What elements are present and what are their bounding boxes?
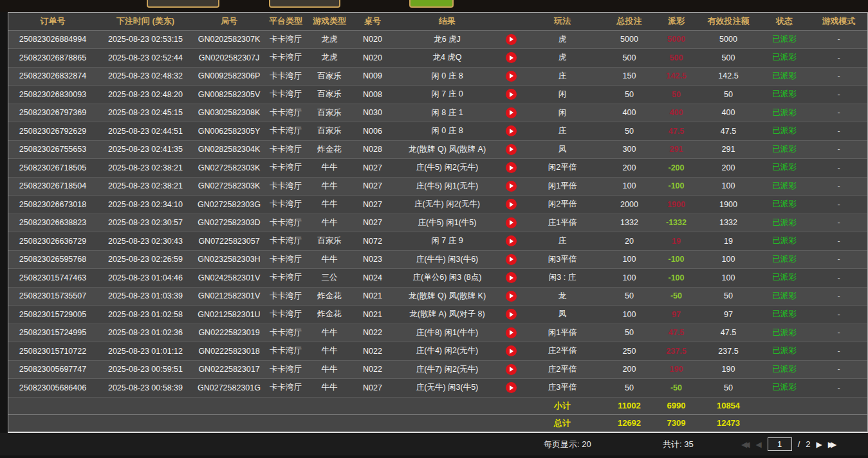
- round-id-cell: GN0272582303D: [194, 214, 264, 232]
- valid-bet-cell: 1332: [698, 214, 759, 232]
- game-mode-cell: -: [810, 360, 867, 379]
- grand-total-payout: 7309: [654, 414, 698, 432]
- result-cell: 龙4 虎Q: [393, 49, 501, 68]
- video-replay-icon[interactable]: [506, 364, 517, 375]
- bet-time-cell: 2025-08-23 02:44:51: [97, 122, 194, 141]
- play-type-cell: 庄: [521, 232, 604, 251]
- next-page-icon[interactable]: ▶: [817, 441, 822, 448]
- play-type-cell: 闲2平倍: [521, 196, 604, 214]
- game-type-cell: 百家乐: [307, 67, 352, 86]
- video-replay-icon[interactable]: [506, 52, 517, 63]
- platform-cell: 卡卡湾厅: [264, 360, 307, 379]
- video-replay-icon[interactable]: [506, 254, 517, 265]
- video-replay-icon[interactable]: [506, 34, 517, 45]
- replay-cell: [501, 196, 521, 214]
- play-type-cell: 虎: [521, 30, 604, 49]
- video-replay-icon[interactable]: [506, 345, 517, 356]
- table-no-cell: N020: [352, 49, 393, 68]
- play-type-cell: 庄2平倍: [521, 360, 604, 379]
- video-replay-icon[interactable]: [506, 327, 517, 338]
- first-page-icon[interactable]: ◀◀: [741, 441, 750, 448]
- round-id-cell: GN0202582307J: [194, 49, 264, 68]
- total-bet-cell: 150: [604, 67, 654, 86]
- video-replay-icon[interactable]: [506, 199, 517, 210]
- platform-cell: 卡卡湾厅: [264, 324, 307, 342]
- page-number-input[interactable]: [768, 437, 792, 451]
- payout-value: -50: [654, 379, 698, 398]
- status-badge: 已派彩: [759, 324, 810, 342]
- video-replay-icon[interactable]: [506, 162, 517, 173]
- total-bet-cell: 500: [604, 49, 654, 68]
- status-badge: 已派彩: [759, 306, 810, 324]
- order-id-cell: 250823015747463: [8, 269, 97, 288]
- order-id-cell: 250823026797369: [8, 104, 97, 122]
- result-cell: 闲 7 庄 9: [393, 232, 501, 251]
- toolbar-tab-button-active[interactable]: [409, 0, 454, 8]
- toolbar-tab-button-2[interactable]: [269, 0, 340, 8]
- order-id-cell: 250823015729005: [8, 306, 97, 324]
- pagination-bar: 每页显示: 20 共计: 35 ◀◀ ◀ / 2 ▶ ▶▶: [0, 433, 868, 455]
- result-cell: 龙6 虎J: [393, 30, 501, 49]
- grand-total-valid-bet: 12473: [698, 414, 759, 432]
- payout-value: -1332: [654, 214, 698, 232]
- game-mode-cell: -: [810, 250, 867, 269]
- result-cell: 庄(牛7) 闲2(无牛): [393, 360, 501, 379]
- table-no-cell: N008: [352, 86, 393, 104]
- col-game-mode: 游戏模式: [810, 13, 867, 30]
- video-replay-icon[interactable]: [506, 89, 517, 100]
- table-no-cell: N023: [352, 250, 393, 269]
- result-cell: 庄(牛5) 闲1(牛5): [393, 214, 501, 232]
- play-type-cell: 闲: [521, 86, 604, 104]
- total-bet-cell: 20: [604, 232, 654, 251]
- result-cell: 庄(单公6) 闲3 (8点): [393, 269, 501, 288]
- play-type-cell: 庄: [521, 67, 604, 86]
- toolbar-tab-button-1[interactable]: [147, 0, 219, 8]
- video-replay-icon[interactable]: [506, 144, 517, 155]
- game-mode-cell: -: [810, 379, 867, 398]
- round-id-cell: GN0232582303H: [194, 250, 264, 269]
- total-bet-cell: 2000: [604, 196, 654, 214]
- per-page-label: 每页显示: 20: [544, 439, 591, 450]
- video-replay-icon[interactable]: [506, 107, 517, 118]
- last-page-icon[interactable]: ▶▶: [828, 441, 836, 448]
- prev-page-icon[interactable]: ◀: [755, 441, 761, 448]
- payout-value: -50: [654, 287, 698, 306]
- replay-cell: [501, 177, 521, 196]
- platform-cell: 卡卡湾厅: [264, 122, 307, 141]
- video-replay-icon[interactable]: [506, 291, 517, 302]
- video-replay-icon[interactable]: [506, 382, 517, 393]
- video-replay-icon[interactable]: [506, 272, 517, 283]
- replay-cell: [501, 159, 521, 178]
- total-bet-cell: 250: [604, 342, 654, 361]
- game-mode-cell: -: [810, 269, 867, 288]
- bet-time-cell: 2025-08-23 01:02:36: [97, 324, 194, 342]
- game-type-cell: 三公: [307, 269, 352, 288]
- valid-bet-cell: 100: [698, 250, 759, 269]
- valid-bet-cell: 47.5: [698, 324, 759, 342]
- table-no-cell: N028: [352, 140, 393, 159]
- game-mode-cell: -: [810, 287, 867, 306]
- video-replay-icon[interactable]: [506, 217, 517, 228]
- replay-cell: [501, 324, 521, 342]
- table-row: 250823015729005 2025-08-23 01:02:58 GN02…: [8, 306, 867, 324]
- table-row: 250823005697747 2025-08-23 00:59:51 GN02…: [8, 360, 867, 379]
- valid-bet-cell: 100: [698, 269, 759, 288]
- video-replay-icon[interactable]: [506, 71, 517, 82]
- replay-cell: [501, 67, 521, 86]
- valid-bet-cell: 97: [698, 306, 759, 324]
- video-replay-icon[interactable]: [506, 181, 517, 192]
- payout-value: 190: [654, 360, 698, 379]
- bet-time-cell: 2025-08-23 02:53:15: [97, 30, 194, 49]
- game-mode-cell: -: [810, 177, 867, 196]
- video-replay-icon[interactable]: [506, 309, 517, 320]
- total-bet-cell: 200: [604, 159, 654, 178]
- video-replay-icon[interactable]: [506, 125, 517, 136]
- play-type-cell: 虎: [521, 49, 604, 68]
- valid-bet-cell: 50: [698, 287, 759, 306]
- order-id-cell: 250823026884994: [8, 30, 97, 49]
- table-body: 250823026884994 2025-08-23 02:53:15 GN02…: [8, 30, 867, 397]
- table-no-cell: N022: [352, 360, 393, 379]
- video-replay-icon[interactable]: [506, 235, 517, 246]
- pagination-controls: ◀◀ ◀ / 2 ▶ ▶▶: [741, 433, 836, 455]
- total-bet-cell: 100: [604, 250, 654, 269]
